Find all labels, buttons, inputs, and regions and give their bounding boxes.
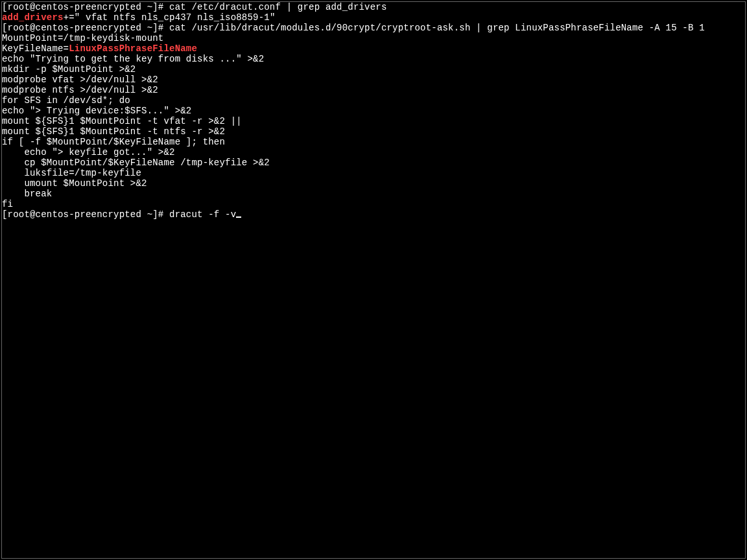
terminal-text: for SFS in /dev/sd*; do: [2, 95, 130, 106]
terminal-line: [root@centos-preencrypted ~]# cat /etc/d…: [2, 2, 745, 12]
terminal-line: [root@centos-preencrypted ~]# dracut -f …: [2, 209, 745, 220]
terminal-text: umount $MountPoint >&2: [2, 178, 147, 189]
terminal-line: [root@centos-preencrypted ~]# cat /usr/l…: [2, 23, 745, 33]
terminal-text: modprobe ntfs >/dev/null >&2: [2, 85, 158, 95]
terminal-line: MountPoint=/tmp-keydisk-mount: [2, 33, 745, 43]
terminal-line: KeyFileName=LinuxPassPhraseFileName: [2, 43, 745, 54]
terminal-line: add_drivers+=" vfat ntfs nls_cp437 nls_i…: [2, 12, 745, 23]
terminal-line: cp $MountPoint/$KeyFileName /tmp-keyfile…: [2, 158, 745, 168]
terminal-line: fi: [2, 199, 745, 209]
terminal-text: [root@centos-preencrypted ~]# cat /etc/d…: [2, 2, 387, 12]
terminal-text: MountPoint=/tmp-keydisk-mount: [2, 33, 163, 43]
terminal-text: +=" vfat ntfs nls_cp437 nls_iso8859-1": [64, 12, 276, 23]
terminal-line: if [ -f $MountPoint/$KeyFileName ]; then: [2, 137, 745, 147]
terminal-text: echo "> keyfile got..." >&2: [2, 147, 175, 158]
terminal-line: echo "> keyfile got..." >&2: [2, 147, 745, 158]
terminal-text: [root@centos-preencrypted ~]# cat /usr/l…: [2, 23, 705, 33]
terminal-text: echo "Trying to get the key from disks .…: [2, 54, 264, 64]
terminal-text: fi: [2, 199, 13, 209]
terminal-line: mount ${SFS}1 $MountPoint -t vfat -r >&2…: [2, 116, 745, 126]
terminal-line: modprobe vfat >/dev/null >&2: [2, 75, 745, 85]
terminal-text: cp $MountPoint/$KeyFileName /tmp-keyfile…: [2, 158, 270, 168]
terminal-text: mount ${SFS}1 $MountPoint -t vfat -r >&2…: [2, 116, 242, 126]
terminal-text: luksfile=/tmp-keyfile: [2, 168, 141, 178]
terminal-line: mount ${SFS}1 $MountPoint -t ntfs -r >&2: [2, 126, 745, 137]
grep-highlight: add_drivers: [2, 12, 64, 23]
terminal-text: echo "> Trying device:$SFS..." >&2: [2, 106, 191, 116]
terminal-text: modprobe vfat >/dev/null >&2: [2, 75, 158, 85]
terminal-line: modprobe ntfs >/dev/null >&2: [2, 85, 745, 95]
terminal-line: luksfile=/tmp-keyfile: [2, 168, 745, 178]
terminal-text: [root@centos-preencrypted ~]# dracut -f …: [2, 209, 236, 220]
terminal-window[interactable]: [root@centos-preencrypted ~]# cat /etc/d…: [1, 1, 746, 559]
terminal-line: for SFS in /dev/sd*; do: [2, 95, 745, 106]
terminal-line: echo "> Trying device:$SFS..." >&2: [2, 106, 745, 116]
terminal-text: if [ -f $MountPoint/$KeyFileName ]; then: [2, 137, 225, 147]
terminal-text: break: [2, 189, 52, 199]
cursor: [236, 216, 241, 218]
terminal-text: KeyFileName=: [2, 43, 69, 54]
terminal-text: mkdir -p $MountPoint >&2: [2, 64, 136, 75]
terminal-line: mkdir -p $MountPoint >&2: [2, 64, 745, 75]
terminal-line: break: [2, 189, 745, 199]
grep-highlight: LinuxPassPhraseFileName: [69, 43, 197, 54]
terminal-line: echo "Trying to get the key from disks .…: [2, 54, 745, 64]
terminal-text: mount ${SFS}1 $MountPoint -t ntfs -r >&2: [2, 126, 225, 137]
terminal-line: umount $MountPoint >&2: [2, 178, 745, 189]
